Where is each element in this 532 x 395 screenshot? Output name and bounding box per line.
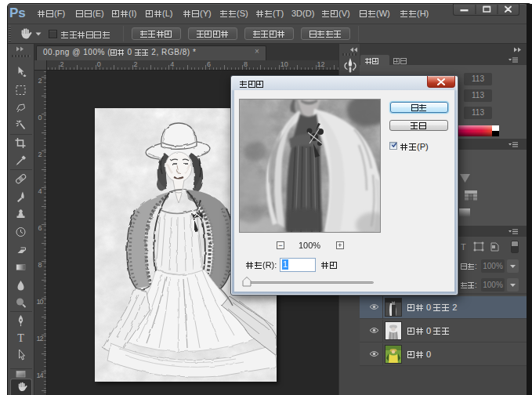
svg-text:T: T — [461, 242, 466, 252]
svg-text:T: T — [17, 332, 24, 344]
